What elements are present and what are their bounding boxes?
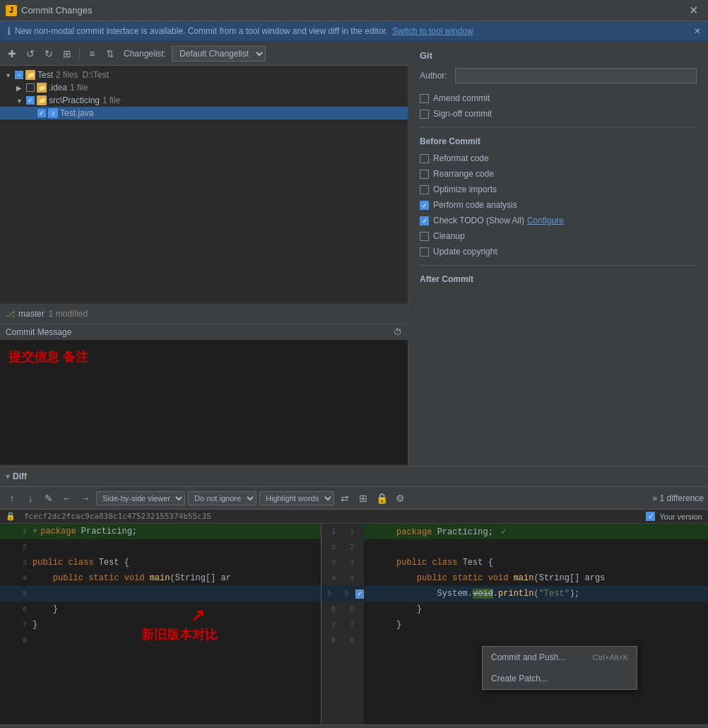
tree-item-testjava[interactable]: ✓ J Test.java [0, 107, 408, 119]
author-row: Author: [420, 68, 697, 83]
code-line: package Practicing; ✓ [396, 527, 506, 537]
context-menu-create-patch[interactable]: Create Patch... [483, 668, 637, 689]
diff-columns-button[interactable]: ⊞ [355, 491, 371, 506]
diff-down-button[interactable]: ↓ [23, 491, 38, 506]
branch-status-bar: ⎇ master 1 modified [0, 304, 408, 324]
analyze-checkbox[interactable]: ✓ [420, 201, 429, 210]
left-panel: ✚ ↺ ↻ ⊞ ≡ ⇅ Changelist: Default Changeli… [0, 42, 408, 466]
diff-highlight-dropdown[interactable]: Highlight words [259, 491, 334, 505]
context-menu-commit-push[interactable]: Commit and Push... Ctrl+Alt+K [483, 647, 637, 668]
copyright-checkbox[interactable] [420, 247, 429, 257]
tree-item-idea[interactable]: ▶ 📁 .idea 1 file [0, 81, 408, 94]
diff-viewer-dropdown[interactable]: Side-by-side viewer [96, 491, 185, 505]
line-num: 6 [6, 605, 27, 613]
tree-checkbox-test[interactable]: − [15, 71, 23, 79]
your-version-checkbox[interactable]: ✓ [646, 512, 655, 521]
info-bar-close-button[interactable]: ✕ [694, 26, 701, 36]
commit-message-header: Commit Message ⏱ [0, 324, 408, 340]
amend-commit-row: Amend commit [420, 93, 697, 103]
changelist-label: Changelist: [124, 49, 166, 59]
toolbar-separator [79, 47, 80, 60]
branch-icon: ⎇ [6, 309, 16, 319]
configure-link[interactable]: Configure [527, 216, 564, 225]
todo-checkbox[interactable]: ✓ [420, 216, 429, 225]
rearrange-row: Rearrange code [420, 169, 697, 179]
center-num-8: 8 8 [321, 633, 364, 648]
center-num-5: 5 5 ✓ [321, 586, 364, 601]
diff-toolbar: ↑ ↓ ✎ ← → Side-by-side viewer Do not ign… [0, 487, 708, 510]
context-menu: Commit and Push... Ctrl+Alt+K Create Pat… [482, 646, 637, 690]
center-num-3: 3 3 [321, 555, 364, 570]
commit-message-section: Commit Message ⏱ 提交信息 备注 [0, 324, 408, 466]
diff-forward-button[interactable]: → [78, 491, 93, 506]
diff-right-line-3: public class Test { [364, 555, 708, 570]
analyze-label: Perform code analysis [433, 200, 517, 210]
switch-to-tool-window-link[interactable]: Switch to tool window [392, 26, 473, 36]
line-num: 4 [6, 574, 27, 582]
diff-label[interactable]: Diff [13, 471, 27, 481]
info-text: New non-modal commit interface is availa… [15, 26, 388, 36]
todo-label: Check TODO (Show All) [433, 216, 524, 225]
code-line: public class Test { [396, 558, 493, 568]
undo-button[interactable]: ↺ [23, 46, 38, 61]
tree-item-src[interactable]: ▾ ✓ 📁 src\Practicing 1 file [0, 94, 408, 107]
diff-left-line-5: 5 [0, 586, 321, 601]
tree-checkbox-src[interactable]: ✓ [26, 96, 35, 105]
cleanup-checkbox[interactable] [420, 232, 429, 241]
optimize-checkbox[interactable] [420, 185, 429, 194]
cleanup-row: Cleanup [420, 231, 697, 241]
reformat-checkbox[interactable] [420, 154, 429, 163]
folder-icon-src: 📁 [37, 95, 47, 105]
sort-button[interactable]: ⇅ [102, 46, 118, 61]
rearrange-checkbox[interactable] [420, 170, 429, 179]
diff-collapse-arrow[interactable]: ▾ [6, 471, 10, 481]
diff-up-button[interactable]: ↑ [4, 491, 20, 506]
diff-count: » 1 difference [652, 493, 704, 503]
code-line: public static void main(String[] args [396, 573, 605, 583]
tree-meta-idea: 1 file [70, 83, 88, 93]
modified-count: 1 modified [49, 309, 88, 319]
git-options-panel: Git Author: Amend commit Sign-off commit… [408, 42, 708, 466]
divider-1 [420, 127, 697, 128]
tree-label-testjava: Test.java [60, 108, 93, 118]
diff-left-line-8: 8 [0, 633, 321, 648]
expand-arrow[interactable]: ▶ [14, 83, 24, 93]
diff-lock-button[interactable]: 🔒 [374, 491, 389, 506]
changelist-dropdown[interactable]: Default Changelist [172, 46, 266, 61]
refresh-button[interactable]: ↻ [41, 46, 57, 61]
diff-right-line-4: public static void main(String[] args [364, 570, 708, 586]
diff-left-line-7: 7 } [0, 617, 321, 633]
author-input[interactable] [455, 68, 697, 83]
close-button[interactable]: ✕ [685, 2, 702, 18]
todo-row: ✓ Check TODO (Show All) Configure [420, 216, 697, 225]
diff-ignore-dropdown[interactable]: Do not ignore [188, 491, 256, 505]
reformat-label: Reformat code [433, 153, 489, 163]
top-section: ✚ ↺ ↻ ⊞ ≡ ⇅ Changelist: Default Changeli… [0, 42, 708, 466]
line-num: 5 [6, 589, 27, 598]
tree-checkbox-testjava[interactable]: ✓ [37, 109, 46, 117]
clock-icon[interactable]: ⏱ [394, 327, 402, 337]
collapse-arrow-src[interactable]: ▾ [14, 95, 24, 105]
tree-item-test[interactable]: ▾ − 📁 Test 2 files D:\Test [0, 69, 408, 81]
line5-checkbox[interactable]: ✓ [355, 589, 364, 599]
signoff-commit-checkbox[interactable] [420, 110, 429, 119]
optimize-label: Optimize imports [433, 184, 497, 194]
add-button[interactable]: ✚ [4, 46, 20, 61]
diff-settings-button[interactable]: ⚙ [392, 491, 408, 506]
line-num: 8 [6, 636, 27, 645]
diff-back-button[interactable]: ← [59, 491, 75, 506]
code-line: } [396, 604, 422, 614]
expand-button[interactable]: ≡ [84, 46, 100, 61]
window-title: Commit Changes [21, 5, 685, 16]
amend-commit-checkbox[interactable] [420, 94, 429, 103]
line-num: 7 [6, 621, 27, 629]
diff-options-button[interactable]: ⇄ [337, 491, 353, 506]
diff-content: 1 +package Practicing; 2 3 public class … [0, 524, 708, 724]
group-button[interactable]: ⊞ [59, 46, 75, 61]
tree-checkbox-idea[interactable] [26, 83, 35, 92]
diff-edit-button[interactable]: ✎ [41, 491, 57, 506]
commit-message-input[interactable]: 提交信息 备注 [0, 340, 408, 464]
code-line: } [33, 604, 58, 614]
diff-right-line-6: } [364, 601, 708, 617]
collapse-arrow[interactable]: ▾ [3, 70, 13, 80]
